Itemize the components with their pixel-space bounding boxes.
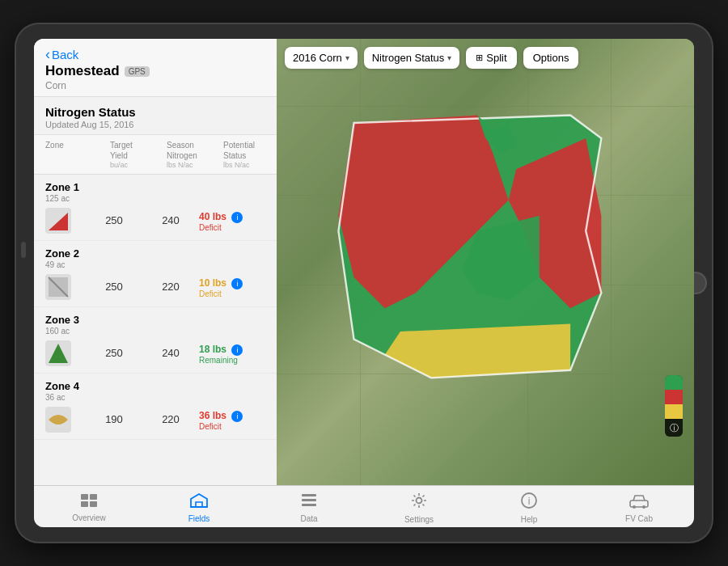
crop-label: Corn	[45, 80, 265, 91]
zone-season-n: 240	[142, 214, 199, 226]
tab-help-label: Help	[521, 515, 538, 524]
farm-title-row: Homestead GPS	[45, 63, 265, 79]
chevron-down-icon: ▾	[447, 53, 451, 62]
zone-row[interactable]: Zone 1 125 ac 250 240 40 lbs i Defici	[34, 175, 277, 241]
zone-row[interactable]: Zone 3 160 ac 250 240 18 lbs i Remain	[34, 307, 277, 374]
tab-fvcab[interactable]: FV Cab	[584, 492, 694, 523]
zone-icon	[45, 407, 71, 433]
layer-dropdown-label: Nitrogen Status	[372, 52, 445, 64]
table-header: Zone TargetYield bu/ac SeasonNitrogen lb…	[34, 135, 277, 175]
tab-data-label: Data	[300, 514, 317, 523]
field-map-svg	[277, 39, 694, 485]
zone-status-value: 18 lbs	[199, 344, 226, 355]
svg-rect-6	[90, 494, 97, 500]
svg-rect-5	[81, 494, 88, 500]
zone-status-label: Remaining	[199, 356, 264, 365]
screen: ‹ Back Homestead GPS Corn Nitrogen Statu…	[34, 39, 694, 527]
zone-name: Zone 3	[45, 314, 265, 326]
zone-info-icon[interactable]: i	[231, 278, 243, 289]
zone-name: Zone 1	[45, 181, 265, 193]
zone-status-value: 40 lbs	[199, 211, 226, 222]
legend-yellow	[665, 404, 683, 419]
split-label: Split	[486, 52, 506, 64]
zone-status-cell: 40 lbs i Deficit	[199, 209, 264, 232]
map-area: 2016 Corn ▾ Nitrogen Status ▾ ⊞ Split Op…	[277, 39, 694, 485]
zone-row[interactable]: Zone 4 36 ac 190 220 36 lbs i Deficit	[34, 374, 277, 440]
status-updated: Updated Aug 15, 2016	[45, 120, 265, 129]
zone-info-icon[interactable]: i	[231, 411, 243, 422]
zone-info-icon[interactable]: i	[231, 344, 243, 356]
zone-target-yield: 250	[86, 347, 142, 359]
svg-rect-9	[302, 494, 316, 496]
svg-text:i: i	[528, 496, 531, 507]
legend-info-button[interactable]: ⓘ	[665, 419, 683, 437]
tab-fields-label: Fields	[188, 514, 210, 523]
tab-fields[interactable]: Fields	[144, 492, 254, 523]
svg-rect-10	[302, 499, 316, 501]
fvcab-icon	[629, 492, 649, 513]
tab-fvcab-label: FV Cab	[625, 514, 653, 523]
zone-info-icon[interactable]: i	[231, 212, 243, 223]
zone-status-cell: 10 lbs i Deficit	[199, 275, 264, 298]
help-icon: i	[520, 492, 538, 513]
split-icon: ⊞	[476, 53, 483, 63]
back-button[interactable]: ‹ Back	[45, 47, 265, 61]
th-zone: Zone	[45, 140, 110, 171]
zone-status-label: Deficit	[199, 422, 264, 431]
legend-green	[665, 375, 683, 390]
layer-dropdown[interactable]: Nitrogen Status ▾	[364, 47, 460, 69]
side-button[interactable]	[21, 242, 26, 258]
zone-season-n: 240	[142, 347, 199, 359]
farm-badge: GPS	[125, 66, 150, 77]
tab-bar: Overview Fields Data Settings	[34, 485, 694, 527]
split-button[interactable]: ⊞ Split	[466, 47, 516, 69]
zone-target-yield: 190	[86, 413, 142, 425]
zone-icon	[45, 274, 71, 300]
zone-row[interactable]: Zone 2 49 ac 250 220 10 lbs i Deficit	[34, 241, 277, 307]
tab-help[interactable]: i Help	[474, 492, 584, 524]
data-icon	[300, 492, 318, 513]
zone-acres: 49 ac	[45, 260, 265, 269]
left-panel: ‹ Back Homestead GPS Corn Nitrogen Statu…	[34, 39, 277, 485]
svg-rect-7	[81, 501, 88, 507]
tab-settings-label: Settings	[404, 515, 434, 524]
chevron-down-icon: ▾	[345, 53, 349, 62]
zone-status-cell: 36 lbs i Deficit	[199, 408, 264, 431]
zone-acres: 160 ac	[45, 327, 265, 336]
back-label: Back	[52, 48, 78, 61]
zone-season-n: 220	[142, 413, 199, 425]
zone-season-n: 220	[142, 281, 199, 293]
th-target-yield: TargetYield bu/ac	[110, 140, 167, 171]
svg-point-16	[633, 505, 636, 509]
zone-status-label: Deficit	[199, 223, 264, 232]
zone-target-yield: 250	[86, 281, 142, 293]
legend-red	[665, 390, 683, 404]
zone-acres: 36 ac	[45, 393, 265, 402]
zone-data: 190 220 36 lbs i Deficit	[45, 407, 265, 433]
fields-icon	[190, 492, 208, 513]
zone-status-cell: 18 lbs i Remaining	[199, 341, 264, 365]
th-season-nitrogen: SeasonNitrogen lbs N/ac	[167, 140, 223, 171]
svg-rect-15	[630, 501, 648, 507]
zone-acres: 125 ac	[45, 194, 265, 203]
options-button[interactable]: Options	[523, 47, 579, 69]
svg-point-17	[642, 505, 645, 509]
status-section: Nitrogen Status Updated Aug 15, 2016	[34, 97, 277, 135]
tab-data[interactable]: Data	[254, 492, 364, 523]
tab-overview[interactable]: Overview	[34, 493, 144, 522]
map-toolbar: 2016 Corn ▾ Nitrogen Status ▾ ⊞ Split Op…	[285, 47, 686, 69]
tab-settings[interactable]: Settings	[364, 492, 474, 524]
panel-header: ‹ Back Homestead GPS Corn	[34, 39, 277, 97]
zone-icon	[45, 208, 71, 234]
options-label: Options	[533, 52, 569, 64]
farm-name: Homestead	[45, 63, 120, 79]
zone-name: Zone 2	[45, 247, 265, 260]
svg-rect-11	[302, 504, 316, 506]
svg-point-12	[417, 497, 422, 503]
map-legend: ⓘ	[665, 375, 683, 437]
svg-rect-8	[90, 501, 97, 507]
crop-dropdown[interactable]: 2016 Corn ▾	[285, 47, 358, 69]
tab-overview-label: Overview	[72, 513, 106, 522]
zone-status-value: 36 lbs	[199, 410, 226, 421]
back-chevron-icon: ‹	[45, 47, 50, 61]
